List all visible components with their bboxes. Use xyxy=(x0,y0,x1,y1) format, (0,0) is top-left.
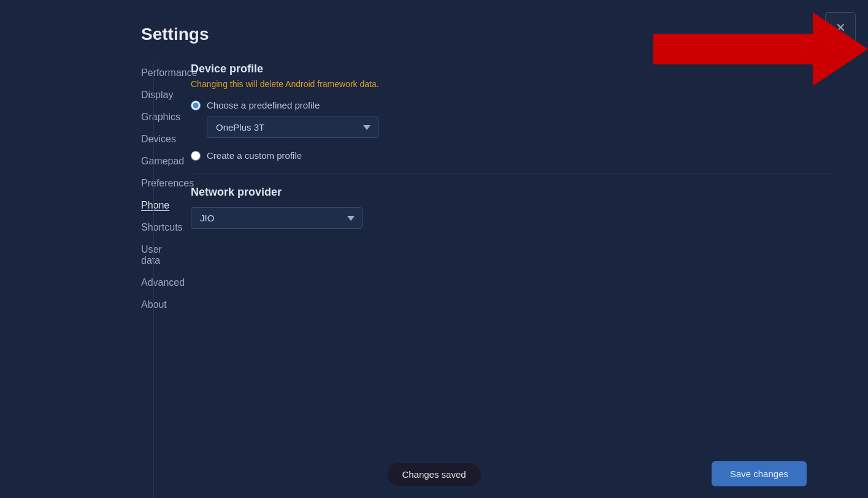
predefined-profile-dropdown[interactable]: OnePlus 3T Samsung Galaxy S21 Pixel 6 Cu… xyxy=(207,117,378,138)
predefined-dropdown-wrapper: OnePlus 3T Samsung Galaxy S21 Pixel 6 Cu… xyxy=(207,117,831,138)
network-provider-dropdown[interactable]: JIO Airtel Vodafone BSNL xyxy=(191,207,363,229)
changes-saved-toast: Changes saved xyxy=(387,463,480,486)
network-provider-section: Network provider JIO Airtel Vodafone BSN… xyxy=(191,186,831,229)
radio-custom-input[interactable] xyxy=(191,151,201,161)
radio-custom-option[interactable]: Create a custom profile xyxy=(191,150,831,161)
main-content: Device profile Changing this will delete… xyxy=(153,63,868,498)
save-changes-button[interactable]: Save changes xyxy=(712,461,807,486)
radio-predefined-label: Choose a predefined profile xyxy=(207,100,320,110)
device-profile-section: Device profile Changing this will delete… xyxy=(191,63,831,161)
radio-group: Choose a predefined profile xyxy=(191,100,831,110)
radio-group-custom: Create a custom profile xyxy=(191,150,831,161)
radio-custom-label: Create a custom profile xyxy=(207,150,302,161)
device-profile-label: Device profile xyxy=(191,63,831,75)
settings-body: Performance Display Graphics Devices Gam… xyxy=(0,63,868,498)
close-button[interactable]: ✕ xyxy=(825,12,856,43)
device-profile-warning: Changing this will delete Android framew… xyxy=(191,79,831,89)
page-title: Settings xyxy=(0,25,868,63)
sidebar: Performance Display Graphics Devices Gam… xyxy=(0,63,141,498)
bottom-bar: Changes saved Save changes xyxy=(0,449,868,498)
radio-predefined-option[interactable]: Choose a predefined profile xyxy=(191,100,831,110)
close-icon: ✕ xyxy=(835,20,846,35)
radio-predefined-input[interactable] xyxy=(191,101,201,110)
settings-container: Settings Performance Display Graphics De… xyxy=(0,0,868,498)
network-provider-label: Network provider xyxy=(191,186,831,199)
section-divider xyxy=(191,173,831,174)
